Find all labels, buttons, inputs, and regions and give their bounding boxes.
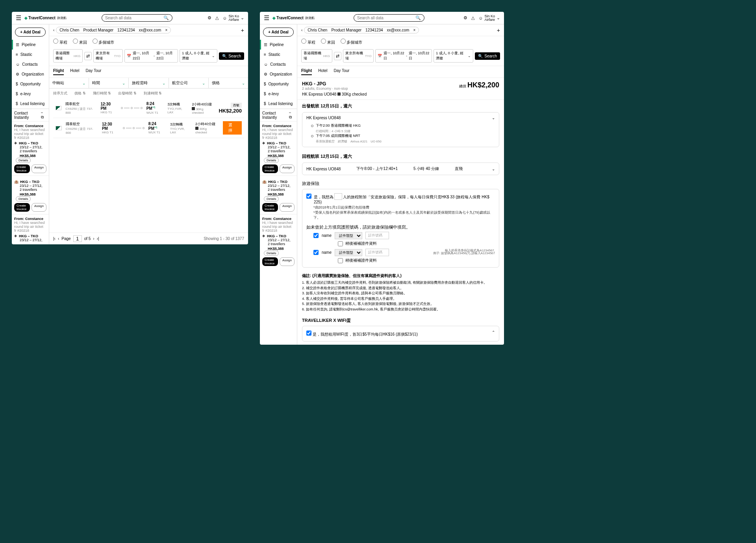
sort-arr[interactable]: 到達時間 ⇅ [144,91,162,96]
bell-icon[interactable]: △ [215,15,219,20]
nav-stastic[interactable]: ≡Stastic [260,50,297,59]
swap-button[interactable]: ⇄ [334,52,341,60]
nav-organization[interactable]: ⚙Organization [12,69,49,79]
sort-price[interactable]: 價格 ⇅ [74,91,86,96]
later-checkbox-1[interactable] [338,241,343,246]
global-search-input[interactable] [357,16,415,20]
add-deal-button[interactable]: + Add Deal [263,28,294,37]
date-input[interactable]: 📅週一, 10月22日 - 週一, 10月22日 [375,49,432,63]
menu-icon[interactable]: ☰ [264,14,269,22]
create-invoice-button[interactable]: Create Invoice [262,257,278,266]
trip-multi[interactable]: 多個城市 [341,39,363,45]
nav-stastic[interactable]: ≡Stastic [12,50,49,59]
assign-button[interactable]: Assign [32,164,46,173]
chevron-up-icon[interactable]: ⌃ [492,330,495,334]
global-search[interactable]: 🔍 [102,14,172,22]
date-input[interactable]: 📅週一, 10月22日 - 週一, 10月22日 [124,49,178,63]
filter-stops[interactable]: 中轉站⌄ [49,78,89,88]
filter-price[interactable]: 價格⌄ [209,78,248,88]
select-button[interactable]: 選擇 [223,121,242,135]
assign-button[interactable]: Assign [32,203,46,212]
destination-input[interactable]: 東京所有機場TYO [93,49,123,63]
details-button[interactable]: Details [16,158,31,163]
back-icon[interactable]: ‹ [53,28,54,32]
tab-daytour[interactable]: Day Tour [86,68,102,75]
tab-hotel[interactable]: Hotel [70,68,79,75]
gear-icon[interactable]: ⚙ [463,15,467,20]
menu-icon[interactable]: ☰ [16,14,21,22]
create-invoice-button[interactable]: Create Invoice [14,203,30,212]
nav-opportunity[interactable]: $Opportunity [12,79,49,89]
assign-button[interactable]: Assign [280,203,295,212]
minimize-icon[interactable]: − [289,111,291,115]
global-search-input[interactable] [105,16,163,20]
details-button[interactable]: Details [264,196,279,201]
page-prev-icon[interactable]: ‹ [58,236,59,241]
trip-oneway[interactable]: 單程 [301,39,315,45]
page-input[interactable] [73,235,82,242]
filter-time[interactable]: 時間⌄ [89,78,129,88]
create-invoice-button[interactable]: Create Invoice [14,164,30,173]
trip-oneway[interactable]: 單程 [53,39,67,45]
details-button[interactable]: Details [16,196,31,201]
page-next-icon[interactable]: › [93,236,94,241]
back-icon[interactable]: ‹ [301,28,302,32]
details-button[interactable]: Details [264,158,279,163]
filter-airline[interactable]: 航空公司⌄ [169,78,209,88]
create-invoice-button[interactable]: Create Invoice [262,164,278,173]
doc-num-input[interactable]: 証件號碼 [365,232,389,239]
trip-round[interactable]: 來回 [321,39,335,45]
gear-icon[interactable]: ⚙ [208,15,211,20]
tab-flight[interactable]: Flight [301,68,312,75]
nav-contacts[interactable]: ☺Contacts [260,59,297,69]
tab-flight[interactable]: Flight [53,68,64,75]
swap-button[interactable]: ⇄ [84,52,92,60]
user-menu[interactable]: ☺ Sin Ko Airfare ⌄ [478,15,500,22]
insurance-checkbox[interactable] [306,194,311,199]
tab-daytour[interactable]: Day Tour [334,68,350,75]
add-icon[interactable]: + [497,27,500,33]
nav-opportunity[interactable]: $Opportunity [260,79,297,89]
assign-button[interactable]: Assign [280,257,295,266]
user-menu[interactable]: ☺ Sin Ko Airfare ⌄ [222,15,244,22]
tab-hotel[interactable]: Hotel [318,68,327,75]
create-invoice-button[interactable]: Create Invoice [262,203,278,212]
global-search[interactable]: 🔍 [354,14,424,22]
search-button[interactable]: 🔍Search [219,52,244,60]
search-button[interactable]: 🔍Search [475,52,500,60]
page-last-icon[interactable]: ›| [97,236,99,241]
nav-organization[interactable]: ⚙Organization [260,69,297,79]
close-icon[interactable]: × [165,28,167,32]
sort-dep[interactable]: 出發時間 ⇅ [118,91,137,96]
nav-pipeline[interactable]: ☰Pipeline [260,40,297,50]
filter-duration[interactable]: 旅程需時⌄ [129,78,169,88]
nav-lead[interactable]: $Lead listening [12,99,49,109]
traveler-1-checkbox[interactable] [313,233,319,238]
chevron-down-icon[interactable]: ⌄ [492,116,495,120]
details-button[interactable]: Details [264,251,279,256]
page-first-icon[interactable]: |‹ [53,236,56,241]
add-deal-button[interactable]: + Add Deal [15,28,46,37]
pax-input[interactable]: 1 成人, 0 小童, 經濟艙⌄ [434,49,473,63]
close-icon[interactable]: × [413,28,415,32]
nav-elevy[interactable]: $e-levy [12,89,49,99]
chevron-down-icon[interactable]: ⌄ [492,167,495,171]
destination-input[interactable]: 東京所有機場TYO [343,49,374,63]
trip-multi[interactable]: 多個城市 [93,39,115,45]
pax-input[interactable]: 1 成人, 0 小童, 經濟艙⌄ [180,49,217,63]
trip-round[interactable]: 來回 [73,39,87,45]
minimize-icon[interactable]: − [41,111,43,115]
copy-icon[interactable]: ⧉ [41,115,44,119]
insurance-count-input[interactable] [334,193,342,200]
doc-type-select[interactable]: 証件類型 [335,249,362,256]
nav-pipeline[interactable]: ☰Pipeline [12,40,49,50]
later-checkbox-2[interactable] [338,258,343,263]
add-icon[interactable]: + [241,27,244,33]
nav-lead[interactable]: $Lead listening [260,99,297,109]
nav-contacts[interactable]: ☺Contacts [12,59,49,69]
traveler-2-checkbox[interactable] [313,250,319,255]
assign-button[interactable]: Assign [280,164,295,173]
origin-input[interactable]: 香港國際機場HKG [53,49,83,63]
origin-input[interactable]: 香港國際機場HKG [301,49,332,63]
bell-icon[interactable]: △ [471,15,474,20]
